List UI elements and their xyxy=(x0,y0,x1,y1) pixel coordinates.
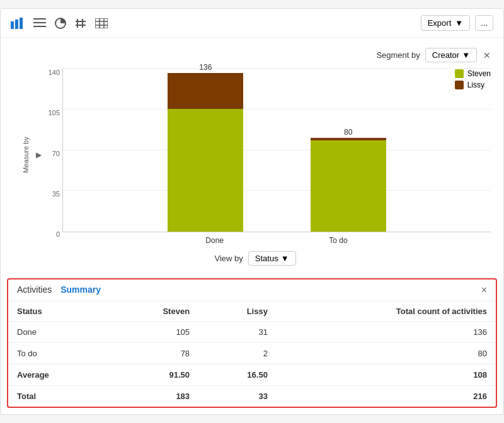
svg-rect-2 xyxy=(20,18,23,29)
row-avg-lissy: 16.50 xyxy=(198,364,277,386)
pie-chart-icon[interactable] xyxy=(55,18,66,29)
view-by-button[interactable]: Status ▼ xyxy=(248,251,296,266)
table-row: To do 78 2 80 xyxy=(8,343,496,364)
row-avg-status: Average xyxy=(8,364,108,386)
col-header-lissy: Lissy xyxy=(198,302,277,322)
svg-rect-4 xyxy=(33,22,46,23)
bar-done-stack xyxy=(168,73,243,232)
more-button[interactable]: ... xyxy=(475,15,493,31)
y-tick-35: 35 xyxy=(45,190,60,198)
table-row-total: Total 183 33 216 xyxy=(8,386,496,407)
row-avg-total: 108 xyxy=(277,364,496,386)
col-header-status: Status xyxy=(8,302,108,322)
table-header-row: Status Steven Lissy Total count of activ… xyxy=(8,302,496,322)
segment-close-button[interactable]: ✕ xyxy=(483,50,491,60)
svg-rect-1 xyxy=(15,20,18,29)
row-total-status: Total xyxy=(8,386,108,407)
bars-row: 136 80 xyxy=(63,69,491,232)
x-label-done: Done xyxy=(205,236,224,245)
y-tick-70: 70 xyxy=(45,150,60,157)
segment-controls: Segment by Creator ▼ ✕ Steven Lissy xyxy=(13,48,491,62)
y-tick-0: 0 xyxy=(45,230,60,238)
bar-chart-icon[interactable] xyxy=(11,18,25,29)
table-icon[interactable] xyxy=(95,18,108,28)
summary-table: Status Steven Lissy Total count of activ… xyxy=(8,302,496,407)
measure-by-label-wrapper: Measure by xyxy=(20,69,32,240)
bar-done-lissy xyxy=(168,73,243,109)
segment-creator-button[interactable]: Creator ▼ xyxy=(425,48,477,62)
row-todo-total: 80 xyxy=(277,343,496,364)
toolbar: Export ▼ ... xyxy=(1,9,503,38)
row-done-lissy: 31 xyxy=(198,322,277,343)
bar-done: 136 xyxy=(168,63,243,232)
row-todo-steven: 78 xyxy=(108,343,198,364)
export-button[interactable]: Export ▼ xyxy=(421,15,470,31)
row-done-status: Done xyxy=(8,322,108,343)
col-header-total: Total count of activities xyxy=(277,302,496,322)
tab-summary[interactable]: Summary xyxy=(60,285,101,296)
view-by-controls: View by Status ▼ xyxy=(20,251,491,266)
collapse-arrow-icon[interactable]: ▶ xyxy=(36,150,42,159)
bar-todo-stack xyxy=(311,138,386,232)
table-row-average: Average 91.50 16.50 108 xyxy=(8,364,496,386)
row-total-total: 216 xyxy=(277,386,496,407)
y-tick-140: 140 xyxy=(45,69,60,76)
x-label-todo: To do xyxy=(329,236,347,245)
bar-todo: 80 xyxy=(311,128,386,232)
collapse-arrow-wrapper: ▶ xyxy=(32,69,45,240)
bar-done-value: 136 xyxy=(199,63,212,72)
row-avg-steven: 91.50 xyxy=(108,364,198,386)
tabs-left: Activities Summary xyxy=(17,285,101,296)
row-done-total: 136 xyxy=(277,322,496,343)
x-labels: Done To do xyxy=(62,236,491,245)
row-todo-status: To do xyxy=(8,343,108,364)
chart-section: Segment by Creator ▼ ✕ Steven Lissy xyxy=(1,38,503,272)
svg-rect-0 xyxy=(11,21,14,29)
bar-todo-steven xyxy=(311,140,386,232)
summary-panel: Activities Summary × Status Steven Lissy… xyxy=(7,278,497,408)
y-tick-105: 105 xyxy=(45,109,60,116)
svg-rect-5 xyxy=(33,26,46,27)
summary-tabs: Activities Summary × xyxy=(8,279,496,302)
segment-by-label: Segment by xyxy=(376,50,420,60)
row-done-steven: 105 xyxy=(108,322,198,343)
view-by-label: View by xyxy=(214,254,243,263)
row-total-lissy: 33 xyxy=(198,386,277,407)
row-total-steven: 183 xyxy=(108,386,198,407)
tab-activities[interactable]: Activities xyxy=(17,285,52,296)
toolbar-right: Export ▼ ... xyxy=(421,15,493,31)
hash-icon[interactable] xyxy=(75,18,86,29)
bar-done-steven xyxy=(168,109,243,232)
y-axis-ticks: 0 35 70 105 140 xyxy=(45,69,60,240)
list-icon[interactable] xyxy=(33,18,46,28)
chart-plot: 136 80 xyxy=(62,69,491,232)
svg-rect-3 xyxy=(33,18,46,20)
svg-rect-11 xyxy=(95,18,108,28)
bar-todo-value: 80 xyxy=(344,128,352,137)
table-row: Done 105 31 136 xyxy=(8,322,496,343)
toolbar-icons xyxy=(11,18,108,29)
chart-container: Measure by ▶ 0 35 70 105 140 xyxy=(20,69,491,266)
row-todo-lissy: 2 xyxy=(198,343,277,364)
measure-by-label: Measure by xyxy=(22,137,30,172)
col-header-steven: Steven xyxy=(108,302,198,322)
panel-close-button[interactable]: × xyxy=(481,285,487,296)
